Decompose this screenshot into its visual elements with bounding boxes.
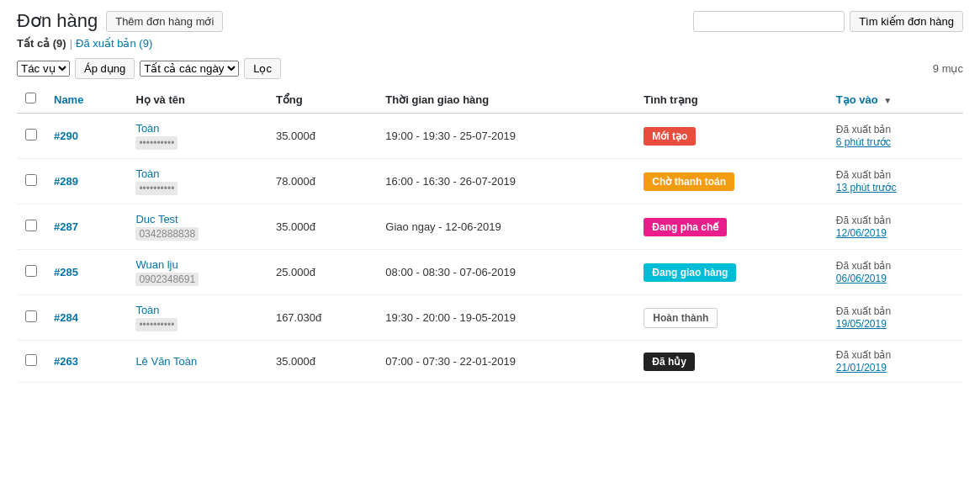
order-link[interactable]: #289	[54, 175, 78, 188]
row-checkbox[interactable]	[25, 310, 37, 322]
row-checkbox[interactable]	[25, 354, 37, 366]
customer-name[interactable]: Wuan lju	[135, 258, 259, 271]
customer-phone: ••••••••••	[135, 136, 177, 150]
row-checkbox[interactable]	[25, 265, 37, 277]
status-cell: Chờ thanh toán	[635, 159, 827, 204]
order-link[interactable]: #284	[54, 311, 78, 324]
order-id-cell: #290	[45, 114, 127, 159]
created-time-link[interactable]: 21/01/2019	[836, 362, 887, 374]
created-time-link[interactable]: 13 phút trước	[836, 182, 897, 193]
page-title: Đơn hàng	[17, 10, 98, 32]
action-select[interactable]: Tác vụ Xóa	[17, 61, 70, 77]
customer-cell: Duc Test 0342888838	[127, 204, 268, 250]
published-text: Đã xuất bản	[836, 169, 955, 181]
col-status: Tình trạng	[635, 86, 827, 114]
customer-cell: Lê Văn Toàn	[127, 341, 268, 383]
row-checkbox[interactable]	[25, 220, 37, 231]
published-text: Đã xuất bản	[836, 215, 955, 226]
status-cell: Mới tạo	[635, 114, 827, 159]
published-text: Đã xuất bản	[836, 349, 955, 361]
order-id-cell: #285	[45, 250, 127, 295]
created-time-link[interactable]: 06/06/2019	[836, 273, 887, 284]
customer-name[interactable]: Duc Test	[135, 213, 259, 225]
customer-cell: Toàn ••••••••••	[127, 159, 268, 204]
row-checkbox-cell	[17, 159, 45, 204]
delivery-time-cell: 07:00 - 07:30 - 22-01-2019	[377, 341, 635, 383]
created-cell: Đã xuất bản 12/06/2019	[828, 204, 963, 250]
total-cell: 25.000đ	[268, 250, 377, 295]
total-cell: 78.000đ	[268, 159, 377, 204]
status-badge: Đang giao hàng	[644, 263, 736, 282]
customer-phone: ••••••••••	[135, 182, 177, 195]
row-checkbox-cell	[17, 114, 45, 159]
order-id-cell: #289	[45, 159, 127, 204]
total-cell: 35.000đ	[268, 204, 377, 250]
add-order-button[interactable]: Thêm đơn hàng mới	[106, 11, 223, 32]
order-link[interactable]: #285	[54, 266, 78, 278]
delivery-time-cell: 08:00 - 08:30 - 07-06-2019	[377, 250, 635, 295]
created-cell: Đã xuất bản 13 phút trước	[828, 159, 963, 204]
customer-cell: Toàn ••••••••••	[127, 295, 268, 341]
delivery-time-cell: 16:00 - 16:30 - 26-07-2019	[377, 159, 635, 204]
status-cell: Đang giao hàng	[635, 250, 827, 295]
published-text: Đã xuất bản	[836, 260, 955, 272]
delivery-time-cell: Giao ngay - 12-06-2019	[377, 204, 635, 250]
sort-arrow-icon: ▼	[883, 96, 892, 105]
order-link[interactable]: #263	[54, 355, 78, 368]
customer-name[interactable]: Lê Văn Toàn	[135, 355, 259, 368]
apply-button[interactable]: Áp dụng	[75, 58, 135, 79]
customer-name[interactable]: Toàn	[135, 304, 259, 316]
created-time-link[interactable]: 19/05/2019	[836, 318, 887, 330]
status-badge: Đã hủy	[644, 353, 695, 371]
row-checkbox-cell	[17, 250, 45, 295]
created-cell: Đã xuất bản 21/01/2019	[828, 341, 963, 383]
order-id-cell: #287	[45, 204, 127, 250]
tab-all[interactable]: Tất cả (9)	[17, 37, 66, 50]
created-cell: Đã xuất bản 6 phút trước	[828, 114, 963, 159]
created-cell: Đã xuất bản 06/06/2019	[828, 250, 963, 295]
created-cell: Đã xuất bản 19/05/2019	[828, 295, 963, 341]
select-all-checkbox[interactable]	[25, 93, 36, 103]
order-id-cell: #263	[45, 341, 127, 383]
customer-phone: ••••••••••	[135, 318, 177, 331]
orders-table: Name Họ và tên Tổng Thời gian giao hàng …	[17, 86, 963, 383]
search-button[interactable]: Tìm kiếm đơn hàng	[850, 11, 963, 32]
order-link[interactable]: #290	[54, 130, 78, 142]
col-delivery-time: Thời gian giao hàng	[377, 86, 635, 114]
created-time-link[interactable]: 6 phút trước	[836, 136, 891, 148]
published-text: Đã xuất bản	[836, 305, 955, 317]
status-cell: Đang pha chế	[635, 204, 827, 250]
tab-published[interactable]: Đã xuất bản (9)	[76, 37, 152, 50]
col-name[interactable]: Name	[45, 86, 127, 114]
order-id-cell: #284	[45, 295, 127, 341]
filter-button[interactable]: Lọc	[244, 58, 281, 79]
total-cell: 35.000đ	[268, 341, 377, 383]
table-row: #289 Toàn •••••••••• 78.000đ 16:00 - 16:…	[17, 159, 963, 204]
table-row: #287 Duc Test 0342888838 35.000đ Giao ng…	[17, 204, 963, 250]
col-total: Tổng	[268, 86, 377, 114]
status-badge: Mới tạo	[644, 127, 696, 146]
status-cell: Hoàn thành	[635, 295, 827, 341]
table-row: #284 Toàn •••••••••• 167.030đ 19:30 - 20…	[17, 295, 963, 341]
search-input[interactable]	[693, 11, 845, 32]
date-select[interactable]: Tất cả các ngày	[140, 61, 239, 77]
created-time-link[interactable]: 12/06/2019	[836, 227, 887, 239]
customer-cell: Wuan lju 0902348691	[127, 250, 268, 295]
customer-phone: 0342888838	[135, 227, 199, 241]
row-checkbox[interactable]	[25, 129, 37, 140]
select-all-col	[17, 86, 45, 114]
status-badge: Đang pha chế	[644, 218, 727, 236]
customer-name[interactable]: Toàn	[135, 167, 259, 180]
row-checkbox[interactable]	[25, 174, 37, 186]
row-checkbox-cell	[17, 204, 45, 250]
delivery-time-cell: 19:00 - 19:30 - 25-07-2019	[377, 114, 635, 159]
customer-cell: Toàn ••••••••••	[127, 114, 268, 159]
order-link[interactable]: #287	[54, 220, 78, 233]
total-cell: 35.000đ	[268, 114, 377, 159]
status-badge: Chờ thanh toán	[644, 172, 734, 191]
row-checkbox-cell	[17, 295, 45, 341]
col-created[interactable]: Tạo vào ▼	[828, 86, 963, 114]
customer-name[interactable]: Toàn	[135, 122, 259, 135]
col-customer: Họ và tên	[127, 86, 268, 114]
customer-phone: 0902348691	[135, 273, 199, 286]
